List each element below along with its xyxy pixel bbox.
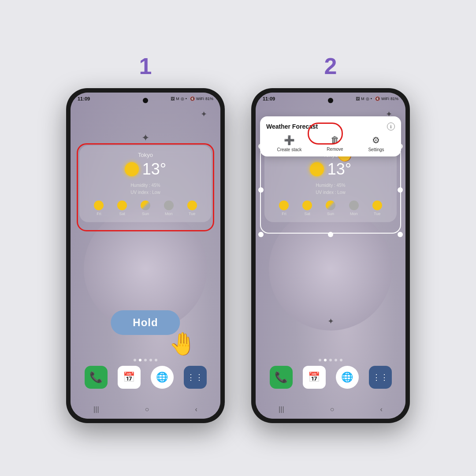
step-2-number: 2 (324, 53, 337, 79)
popup-title: Weather Forecast (266, 123, 318, 130)
camera-notch-2 (328, 98, 333, 103)
status-battery-2: 81% (390, 97, 398, 101)
settings-action[interactable]: ⚙ Settings (368, 135, 384, 152)
store-app-glyph-2: 📅 (308, 372, 320, 383)
phone-app-glyph: 📞 (89, 371, 103, 383)
status-time-1: 11:09 (78, 96, 90, 101)
create-stack-action[interactable]: ➕ Create stack (277, 135, 301, 152)
sparkle-2b: ✦ (327, 316, 334, 326)
dot-1 (134, 359, 136, 361)
chrome-app-glyph-2: 🌐 (341, 372, 353, 383)
dock-dots-1 (71, 359, 220, 361)
status-icons-1: 🖼 M ◎ • 🔇 WiFi 81% (171, 97, 213, 101)
forecast-sun-1: Sun (141, 201, 150, 216)
forecast-icon-tue-1 (187, 201, 197, 210)
widget-temp-row-1: 13° (87, 160, 204, 178)
dock-dots-2 (256, 359, 405, 361)
sparkle-2: ✦ (141, 132, 149, 144)
popup-info-icon[interactable]: ℹ (387, 123, 395, 130)
forecast-row-1: Fri Sat Sun Mon (87, 201, 204, 216)
nav-bar-2: ||| ○ ‹ (256, 405, 405, 413)
forecast-icon-fri-1 (94, 201, 104, 210)
status-icon-dot: • (186, 97, 187, 101)
step-1: 1 ✦ ✦ ✦ 11:09 🖼 M ◎ (66, 53, 225, 423)
status-separator: 🔇 (190, 97, 195, 101)
status-icon-mail-2: M (361, 97, 364, 101)
create-stack-label: Create stack (277, 147, 301, 152)
remove-icon: 🗑 (331, 135, 339, 145)
nav-home-1: ○ (145, 405, 149, 413)
forecast-icon-mon-1 (164, 201, 174, 210)
hand-cursor-1: 🤚 (169, 333, 196, 355)
status-icon-img-2: 🖼 (356, 97, 360, 101)
apps-app-glyph-2: ⋮⋮ (372, 372, 388, 382)
phone-app-icon-2[interactable]: 📞 (270, 366, 293, 389)
nav-recents-1: ‹ (195, 405, 197, 413)
store-app-icon-2[interactable]: 📅 (303, 366, 326, 389)
handle-mr (398, 187, 403, 193)
status-time-2: 11:09 (263, 96, 275, 101)
apps-app-glyph: ⋮⋮ (187, 372, 204, 382)
chrome-app-icon-1[interactable]: 🌐 (151, 366, 174, 389)
forecast-tue-1: Tue (187, 201, 197, 216)
chrome-app-icon-2[interactable]: 🌐 (336, 366, 359, 389)
popup-title-row: Weather Forecast ℹ (264, 123, 397, 130)
remove-action[interactable]: 🗑 Remove (327, 135, 343, 152)
status-icon-img: 🖼 (171, 97, 175, 101)
phone-app-icon-1[interactable]: 📞 (85, 366, 108, 389)
apps-app-icon-1[interactable]: ⋮⋮ (184, 366, 207, 389)
status-wifi-2: WiFi (381, 97, 389, 101)
status-wifi: WiFi (196, 97, 204, 101)
handle-bl (258, 232, 264, 237)
step-2: 2 ✦ ✦ 11:09 🖼 M ◎ (251, 53, 410, 423)
popup-menu: Weather Forecast ℹ ➕ Create stack 🗑 Remo… (260, 116, 401, 156)
handle-br (398, 232, 403, 237)
nav-back-2: ||| (279, 405, 284, 413)
handle-ml (258, 187, 264, 193)
dot-2-active (139, 359, 141, 361)
dot-2-1 (319, 359, 321, 361)
settings-label: Settings (368, 147, 384, 152)
chrome-app-glyph: 🌐 (156, 372, 168, 383)
forecast-sat-1: Sat (117, 201, 127, 216)
widget-temp-1: 13° (142, 160, 166, 178)
dot-5 (155, 359, 157, 361)
status-icons-2: 🖼 M ◎ • 🔇 WiFi 81% (356, 97, 398, 101)
phone-2: ✦ ✦ 11:09 🖼 M ◎ • 🔇 WiFi 81% (251, 88, 410, 423)
forecast-fri-1: Fri (94, 201, 104, 216)
dot-2-2-active (324, 359, 327, 361)
dot-2-4 (335, 359, 337, 361)
dot-2-5 (340, 359, 342, 361)
apps-app-icon-2[interactable]: ⋮⋮ (369, 366, 392, 389)
nav-bar-1: ||| ○ ‹ (71, 405, 220, 413)
phone-1: ✦ ✦ ✦ 11:09 🖼 M ◎ • 🔇 WiFi 81% (66, 88, 225, 423)
create-stack-icon: ➕ (284, 135, 295, 145)
camera-notch-1 (143, 98, 148, 103)
status-battery-1: 81% (205, 97, 213, 101)
store-app-icon-1[interactable]: 📅 (118, 366, 141, 389)
status-icon-dot-2: • (371, 97, 372, 101)
forecast-mon-1: Mon (164, 201, 174, 216)
dot-3 (144, 359, 147, 361)
store-app-glyph: 📅 (123, 372, 135, 383)
weather-widget-1[interactable]: Tokyo 13° Humidity : 45% UV index : Low … (79, 145, 212, 222)
status-icon-mute-2: 🔇 (375, 97, 380, 101)
sun-icon-1 (125, 162, 139, 176)
widget-details-1: Humidity : 45% UV index : Low (87, 182, 204, 196)
nav-home-2: ○ (330, 405, 335, 413)
app-row-1: 📞 📅 🌐 ⋮⋮ (71, 366, 220, 389)
phone-1-screen: ✦ ✦ ✦ 11:09 🖼 M ◎ • 🔇 WiFi 81% (71, 93, 220, 419)
widget-city-1: Tokyo (87, 152, 204, 158)
handle-bc (328, 232, 333, 237)
settings-icon: ⚙ (372, 135, 380, 145)
nav-recents-2: ‹ (380, 405, 383, 413)
step-1-number: 1 (139, 53, 152, 79)
popup-actions: ➕ Create stack 🗑 Remove ⚙ Settings (264, 135, 397, 152)
forecast-icon-sat-1 (117, 201, 127, 210)
dot-4 (149, 359, 152, 361)
app-row-2: 📞 📅 🌐 ⋮⋮ (256, 366, 405, 389)
nav-back-1: ||| (93, 405, 99, 413)
forecast-icon-sun-1 (141, 201, 150, 210)
status-icon-location: ◎ (181, 97, 184, 101)
phone-2-screen: ✦ ✦ 11:09 🖼 M ◎ • 🔇 WiFi 81% (256, 93, 405, 419)
